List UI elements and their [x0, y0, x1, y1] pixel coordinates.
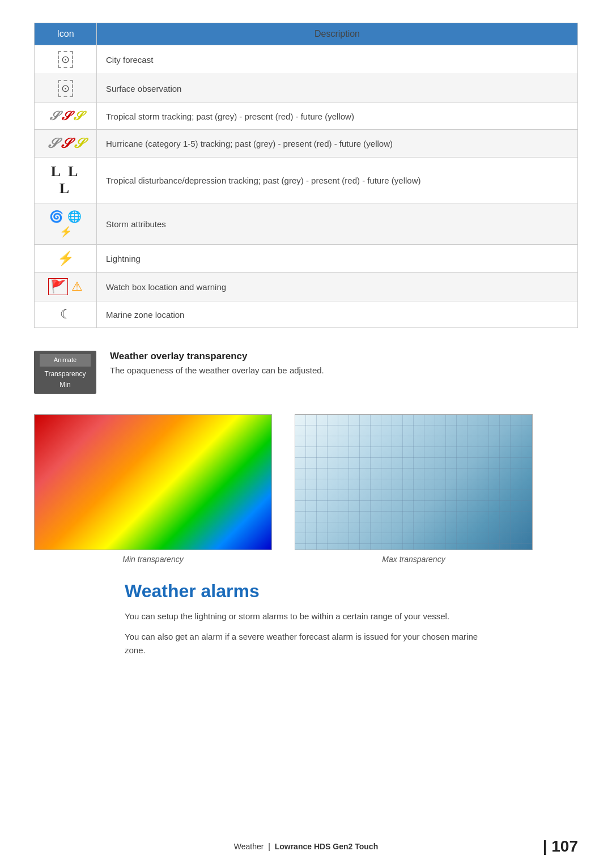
icon-surface: ⊙: [35, 74, 97, 103]
table-row: ⊙ Surface observation: [35, 74, 578, 103]
table-row: ⊙ City forecast: [35, 45, 578, 74]
desc-lightning: Lightning: [97, 245, 578, 273]
overlay-section: Animate Transparency Min Weather overlay…: [34, 351, 578, 394]
min-transparency-block: Min transparency: [34, 414, 272, 564]
table-row: L L L Tropical disturbance/depression tr…: [35, 158, 578, 203]
transparency-label: Transparency: [40, 369, 91, 380]
table-row: 𝒮 𝒮 𝒮 Tropical storm tracking; past (gre…: [35, 103, 578, 130]
desc-city: City forecast: [97, 45, 578, 74]
icon-marine-zone: ☾: [35, 301, 97, 328]
overlay-text: The opaqueness of the weather overlay ca…: [110, 365, 324, 375]
page-number: | 107: [543, 837, 578, 856]
desc-marine-zone: Marine zone location: [97, 301, 578, 328]
overlay-description: Weather overlay transparency The opaquen…: [110, 351, 324, 375]
icon-lightning: ⚡: [35, 245, 97, 273]
overlay-title: Weather overlay transparency: [110, 351, 324, 362]
icon-storm-attr: 🌀 🌐 ⚡: [35, 203, 97, 245]
desc-hurricane: Hurricane (category 1-5) tracking; past …: [97, 130, 578, 158]
min-transparency-image: [34, 414, 272, 550]
weather-alarms-p1: You can setup the lightning or storm ala…: [125, 610, 487, 623]
overlay-ui-mockup: Animate Transparency Min: [34, 351, 96, 394]
desc-tropical-dist: Tropical disturbance/depression tracking…: [97, 158, 578, 203]
max-transparency-block: Max transparency: [295, 414, 533, 564]
weather-alarms-p2: You can also get an alarm if a severe we…: [125, 630, 487, 657]
weather-alarms-title: Weather alarms: [125, 581, 578, 602]
desc-tropical-storm: Tropical storm tracking; past (grey) - p…: [97, 103, 578, 130]
icon-city: ⊙: [35, 45, 97, 74]
icon-tropical-dist: L L L: [35, 158, 97, 203]
table-row: ☾ Marine zone location: [35, 301, 578, 328]
table-row: 🌀 🌐 ⚡ Storm attributes: [35, 203, 578, 245]
table-row: 🚩 ⚠ Watch box location and warning: [35, 273, 578, 301]
max-transparency-image: [295, 414, 533, 550]
icon-watch-box: 🚩 ⚠: [35, 273, 97, 301]
page-footer: Weather | Lowrance HDS Gen2 Touch | 107: [34, 842, 578, 851]
table-row: 𝒮 𝒮 𝒮 Hurricane (category 1-5) tracking;…: [35, 130, 578, 158]
animate-label: Animate: [40, 354, 91, 367]
table-row: ⚡ Lightning: [35, 245, 578, 273]
desc-surface: Surface observation: [97, 74, 578, 103]
icon-description-table: Icon Description ⊙ City forecast ⊙ Surfa…: [34, 23, 578, 328]
transparency-images-row: Min transparency Max transparency: [34, 414, 578, 564]
table-header-description: Description: [97, 23, 578, 45]
icon-tropical-storm: 𝒮 𝒮 𝒮: [35, 103, 97, 130]
desc-watch-box: Watch box location and warning: [97, 273, 578, 301]
footer-brand: Weather | Lowrance HDS Gen2 Touch: [234, 842, 378, 851]
desc-storm-attr: Storm attributes: [97, 203, 578, 245]
footer-section: Weather: [234, 842, 264, 851]
weather-alarms-section: Weather alarms You can setup the lightni…: [34, 581, 578, 657]
icon-hurricane: 𝒮 𝒮 𝒮: [35, 130, 97, 158]
transparency-value: Min: [40, 380, 91, 390]
footer-product: Lowrance HDS Gen2 Touch: [275, 842, 379, 851]
min-transparency-caption: Min transparency: [122, 555, 183, 564]
table-header-icon: Icon: [35, 23, 97, 45]
max-transparency-caption: Max transparency: [382, 555, 445, 564]
